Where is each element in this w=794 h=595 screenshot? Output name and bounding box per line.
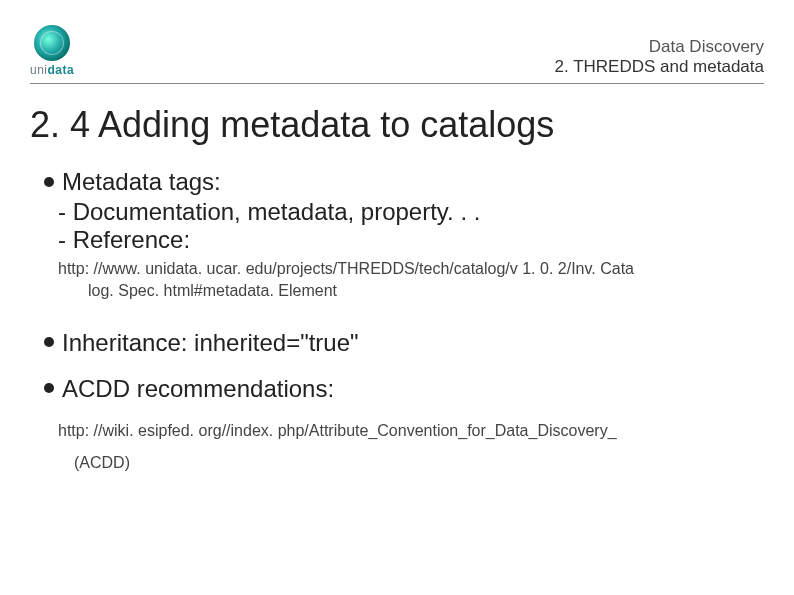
logo-data: data (48, 63, 75, 77)
sub-reference: - Reference: (58, 226, 764, 254)
content: Metadata tags: - Documentation, metadata… (30, 168, 764, 472)
acdd-url: http: //wiki. esipfed. org//index. php/A… (58, 417, 764, 446)
bullet-icon (44, 383, 54, 393)
bullet-inheritance: Inheritance: inherited="true" (44, 329, 764, 357)
bullet-metadata-tags: Metadata tags: (44, 168, 764, 196)
logo-uni: uni (30, 63, 48, 77)
page-title: 2. 4 Adding metadata to catalogs (30, 104, 764, 146)
unidata-logo-icon (34, 25, 70, 61)
bullet-acdd: ACDD recommendations: (44, 375, 764, 403)
inheritance-label: Inheritance: inherited="true" (62, 329, 359, 356)
reference-url-line1: http: //www. unidata. ucar. edu/projects… (58, 260, 634, 277)
header-right: Data Discovery 2. THREDDS and metadata (555, 37, 764, 77)
bullet-icon (44, 337, 54, 347)
metadata-tags-label: Metadata tags: (62, 168, 221, 195)
header-top: Data Discovery (555, 37, 764, 57)
header-sub: 2. THREDDS and metadata (555, 57, 764, 77)
bullet-icon (44, 177, 54, 187)
logo-text: unidata (30, 63, 74, 77)
header-bar: unidata Data Discovery 2. THREDDS and me… (30, 25, 764, 84)
reference-url: http: //www. unidata. ucar. edu/projects… (58, 258, 764, 303)
sub-documentation: - Documentation, metadata, property. . . (58, 198, 764, 226)
acdd-label: ACDD recommendations: (62, 375, 334, 402)
logo-block: unidata (30, 25, 74, 77)
reference-url-line2: log. Spec. html#metadata. Element (88, 280, 764, 302)
acdd-sub: (ACDD) (74, 454, 764, 472)
